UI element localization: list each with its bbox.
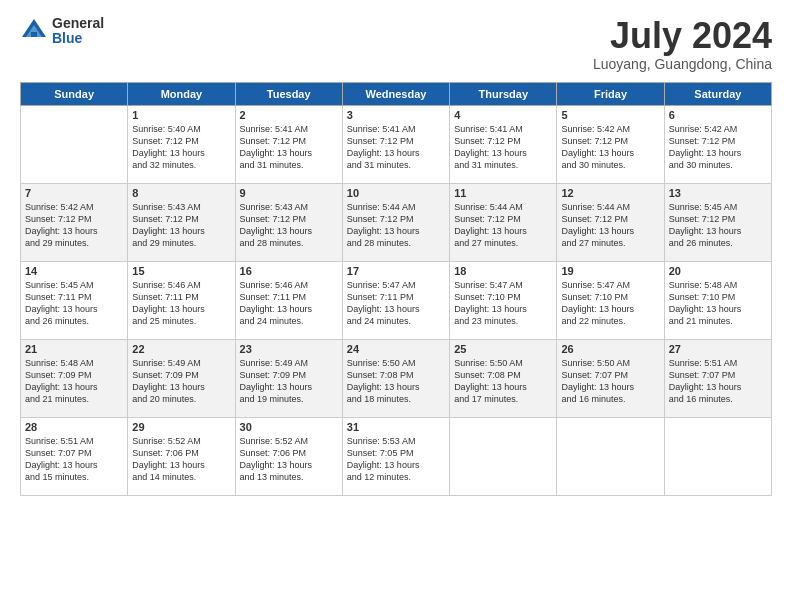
day-number: 4 <box>454 109 552 121</box>
table-row: 13Sunrise: 5:45 AMSunset: 7:12 PMDayligh… <box>664 183 771 261</box>
logo-blue-text: Blue <box>52 31 104 46</box>
day-number: 13 <box>669 187 767 199</box>
table-row: 26Sunrise: 5:50 AMSunset: 7:07 PMDayligh… <box>557 339 664 417</box>
table-row: 18Sunrise: 5:47 AMSunset: 7:10 PMDayligh… <box>450 261 557 339</box>
table-row: 20Sunrise: 5:48 AMSunset: 7:10 PMDayligh… <box>664 261 771 339</box>
location: Luoyang, Guangdong, China <box>593 56 772 72</box>
day-info: Sunrise: 5:46 AMSunset: 7:11 PMDaylight:… <box>240 279 338 328</box>
table-row: 6Sunrise: 5:42 AMSunset: 7:12 PMDaylight… <box>664 105 771 183</box>
day-number: 21 <box>25 343 123 355</box>
day-info: Sunrise: 5:42 AMSunset: 7:12 PMDaylight:… <box>669 123 767 172</box>
day-number: 7 <box>25 187 123 199</box>
logo: General Blue <box>20 16 104 47</box>
day-info: Sunrise: 5:53 AMSunset: 7:05 PMDaylight:… <box>347 435 445 484</box>
table-row: 12Sunrise: 5:44 AMSunset: 7:12 PMDayligh… <box>557 183 664 261</box>
table-row: 22Sunrise: 5:49 AMSunset: 7:09 PMDayligh… <box>128 339 235 417</box>
day-info: Sunrise: 5:40 AMSunset: 7:12 PMDaylight:… <box>132 123 230 172</box>
table-row: 16Sunrise: 5:46 AMSunset: 7:11 PMDayligh… <box>235 261 342 339</box>
day-number: 16 <box>240 265 338 277</box>
day-number: 11 <box>454 187 552 199</box>
day-info: Sunrise: 5:44 AMSunset: 7:12 PMDaylight:… <box>561 201 659 250</box>
day-number: 1 <box>132 109 230 121</box>
day-info: Sunrise: 5:41 AMSunset: 7:12 PMDaylight:… <box>240 123 338 172</box>
table-row: 10Sunrise: 5:44 AMSunset: 7:12 PMDayligh… <box>342 183 449 261</box>
day-info: Sunrise: 5:52 AMSunset: 7:06 PMDaylight:… <box>240 435 338 484</box>
day-number: 25 <box>454 343 552 355</box>
day-info: Sunrise: 5:49 AMSunset: 7:09 PMDaylight:… <box>240 357 338 406</box>
day-info: Sunrise: 5:51 AMSunset: 7:07 PMDaylight:… <box>25 435 123 484</box>
day-number: 29 <box>132 421 230 433</box>
logo-text: General Blue <box>52 16 104 47</box>
day-number: 3 <box>347 109 445 121</box>
table-row: 30Sunrise: 5:52 AMSunset: 7:06 PMDayligh… <box>235 417 342 495</box>
calendar-week-5: 28Sunrise: 5:51 AMSunset: 7:07 PMDayligh… <box>21 417 772 495</box>
day-number: 6 <box>669 109 767 121</box>
calendar-week-1: 1Sunrise: 5:40 AMSunset: 7:12 PMDaylight… <box>21 105 772 183</box>
table-row: 21Sunrise: 5:48 AMSunset: 7:09 PMDayligh… <box>21 339 128 417</box>
table-row: 31Sunrise: 5:53 AMSunset: 7:05 PMDayligh… <box>342 417 449 495</box>
title-block: July 2024 Luoyang, Guangdong, China <box>593 16 772 72</box>
day-number: 31 <box>347 421 445 433</box>
day-info: Sunrise: 5:41 AMSunset: 7:12 PMDaylight:… <box>454 123 552 172</box>
calendar-week-2: 7Sunrise: 5:42 AMSunset: 7:12 PMDaylight… <box>21 183 772 261</box>
calendar-header-row: Sunday Monday Tuesday Wednesday Thursday… <box>21 82 772 105</box>
table-row: 15Sunrise: 5:46 AMSunset: 7:11 PMDayligh… <box>128 261 235 339</box>
day-info: Sunrise: 5:51 AMSunset: 7:07 PMDaylight:… <box>669 357 767 406</box>
day-info: Sunrise: 5:43 AMSunset: 7:12 PMDaylight:… <box>132 201 230 250</box>
day-info: Sunrise: 5:47 AMSunset: 7:11 PMDaylight:… <box>347 279 445 328</box>
day-info: Sunrise: 5:47 AMSunset: 7:10 PMDaylight:… <box>454 279 552 328</box>
calendar-week-4: 21Sunrise: 5:48 AMSunset: 7:09 PMDayligh… <box>21 339 772 417</box>
day-number: 28 <box>25 421 123 433</box>
day-number: 2 <box>240 109 338 121</box>
day-number: 15 <box>132 265 230 277</box>
logo-icon <box>20 17 48 45</box>
day-number: 30 <box>240 421 338 433</box>
table-row: 1Sunrise: 5:40 AMSunset: 7:12 PMDaylight… <box>128 105 235 183</box>
table-row: 3Sunrise: 5:41 AMSunset: 7:12 PMDaylight… <box>342 105 449 183</box>
table-row: 29Sunrise: 5:52 AMSunset: 7:06 PMDayligh… <box>128 417 235 495</box>
day-number: 23 <box>240 343 338 355</box>
day-info: Sunrise: 5:44 AMSunset: 7:12 PMDaylight:… <box>347 201 445 250</box>
day-info: Sunrise: 5:41 AMSunset: 7:12 PMDaylight:… <box>347 123 445 172</box>
day-info: Sunrise: 5:45 AMSunset: 7:11 PMDaylight:… <box>25 279 123 328</box>
day-info: Sunrise: 5:47 AMSunset: 7:10 PMDaylight:… <box>561 279 659 328</box>
table-row: 24Sunrise: 5:50 AMSunset: 7:08 PMDayligh… <box>342 339 449 417</box>
calendar-week-3: 14Sunrise: 5:45 AMSunset: 7:11 PMDayligh… <box>21 261 772 339</box>
table-row: 5Sunrise: 5:42 AMSunset: 7:12 PMDaylight… <box>557 105 664 183</box>
day-number: 10 <box>347 187 445 199</box>
col-sunday: Sunday <box>21 82 128 105</box>
page-header: General Blue July 2024 Luoyang, Guangdon… <box>20 16 772 72</box>
col-friday: Friday <box>557 82 664 105</box>
table-row: 9Sunrise: 5:43 AMSunset: 7:12 PMDaylight… <box>235 183 342 261</box>
day-number: 5 <box>561 109 659 121</box>
day-info: Sunrise: 5:50 AMSunset: 7:07 PMDaylight:… <box>561 357 659 406</box>
day-info: Sunrise: 5:42 AMSunset: 7:12 PMDaylight:… <box>561 123 659 172</box>
day-number: 20 <box>669 265 767 277</box>
month-title: July 2024 <box>593 16 772 56</box>
table-row <box>450 417 557 495</box>
day-info: Sunrise: 5:43 AMSunset: 7:12 PMDaylight:… <box>240 201 338 250</box>
day-number: 27 <box>669 343 767 355</box>
table-row: 25Sunrise: 5:50 AMSunset: 7:08 PMDayligh… <box>450 339 557 417</box>
day-info: Sunrise: 5:44 AMSunset: 7:12 PMDaylight:… <box>454 201 552 250</box>
table-row: 11Sunrise: 5:44 AMSunset: 7:12 PMDayligh… <box>450 183 557 261</box>
day-number: 19 <box>561 265 659 277</box>
day-info: Sunrise: 5:46 AMSunset: 7:11 PMDaylight:… <box>132 279 230 328</box>
day-info: Sunrise: 5:50 AMSunset: 7:08 PMDaylight:… <box>347 357 445 406</box>
day-number: 26 <box>561 343 659 355</box>
table-row: 28Sunrise: 5:51 AMSunset: 7:07 PMDayligh… <box>21 417 128 495</box>
calendar: Sunday Monday Tuesday Wednesday Thursday… <box>20 82 772 496</box>
day-info: Sunrise: 5:45 AMSunset: 7:12 PMDaylight:… <box>669 201 767 250</box>
day-number: 24 <box>347 343 445 355</box>
day-number: 22 <box>132 343 230 355</box>
table-row: 2Sunrise: 5:41 AMSunset: 7:12 PMDaylight… <box>235 105 342 183</box>
day-info: Sunrise: 5:49 AMSunset: 7:09 PMDaylight:… <box>132 357 230 406</box>
table-row: 4Sunrise: 5:41 AMSunset: 7:12 PMDaylight… <box>450 105 557 183</box>
day-number: 17 <box>347 265 445 277</box>
day-info: Sunrise: 5:42 AMSunset: 7:12 PMDaylight:… <box>25 201 123 250</box>
table-row: 19Sunrise: 5:47 AMSunset: 7:10 PMDayligh… <box>557 261 664 339</box>
day-number: 9 <box>240 187 338 199</box>
day-info: Sunrise: 5:48 AMSunset: 7:10 PMDaylight:… <box>669 279 767 328</box>
table-row: 23Sunrise: 5:49 AMSunset: 7:09 PMDayligh… <box>235 339 342 417</box>
col-wednesday: Wednesday <box>342 82 449 105</box>
